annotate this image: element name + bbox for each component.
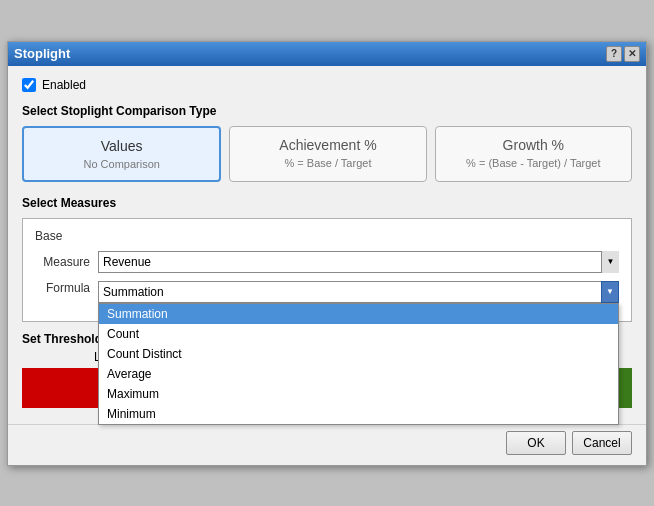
- measure-select-wrapper: Revenue ▼: [98, 251, 619, 273]
- comparison-types: Values No Comparison Achievement % % = B…: [22, 126, 632, 182]
- formula-option-count[interactable]: Count: [99, 324, 618, 344]
- formula-row: Formula Summation Summation Count Count …: [35, 281, 619, 303]
- formula-dropdown-button[interactable]: [601, 281, 619, 303]
- base-box: Base Measure Revenue ▼ Formula Summation: [22, 218, 632, 322]
- formula-option-summation[interactable]: Summation: [99, 304, 618, 324]
- enabled-checkbox[interactable]: [22, 78, 36, 92]
- dialog-body: Enabled Select Stoplight Comparison Type…: [8, 66, 646, 416]
- title-bar: Stoplight ? ✕: [8, 42, 646, 66]
- dialog-title: Stoplight: [14, 46, 70, 61]
- formula-container: Summation Summation Count Count Distinct…: [98, 281, 619, 303]
- measure-select[interactable]: Revenue: [98, 251, 619, 273]
- comparison-section-label: Select Stoplight Comparison Type: [22, 104, 632, 118]
- enabled-row: Enabled: [22, 78, 632, 92]
- measures-section: Select Measures Base Measure Revenue ▼ F…: [22, 196, 632, 322]
- formula-dropdown-menu: Summation Count Count Distinct Average M…: [98, 303, 619, 425]
- base-label: Base: [35, 229, 619, 243]
- growth-title: Growth %: [444, 137, 623, 153]
- formula-option-maximum[interactable]: Maximum: [99, 384, 618, 404]
- growth-subtitle: % = (Base - Target) / Target: [444, 157, 623, 169]
- set-threshold-label: Set Threshold: [22, 332, 102, 346]
- dialog-footer: OK Cancel: [8, 424, 646, 465]
- formula-option-minimum[interactable]: Minimum: [99, 404, 618, 424]
- formula-display: Summation: [98, 281, 619, 303]
- measures-section-label: Select Measures: [22, 196, 632, 210]
- measure-label: Measure: [35, 255, 90, 269]
- help-button[interactable]: ?: [606, 46, 622, 62]
- title-bar-buttons: ? ✕: [606, 46, 640, 62]
- formula-option-count-distinct[interactable]: Count Distinct: [99, 344, 618, 364]
- achievement-title: Achievement %: [238, 137, 417, 153]
- comparison-achievement[interactable]: Achievement % % = Base / Target: [229, 126, 426, 182]
- values-subtitle: No Comparison: [32, 158, 211, 170]
- measure-row: Measure Revenue ▼: [35, 251, 619, 273]
- values-title: Values: [32, 138, 211, 154]
- formula-value: Summation: [103, 285, 164, 299]
- formula-label: Formula: [35, 281, 90, 295]
- comparison-values[interactable]: Values No Comparison: [22, 126, 221, 182]
- ok-button[interactable]: OK: [506, 431, 566, 455]
- enabled-label: Enabled: [42, 78, 86, 92]
- stoplight-dialog: Stoplight ? ✕ Enabled Select Stoplight C…: [7, 41, 647, 466]
- comparison-growth[interactable]: Growth % % = (Base - Target) / Target: [435, 126, 632, 182]
- achievement-subtitle: % = Base / Target: [238, 157, 417, 169]
- cancel-button[interactable]: Cancel: [572, 431, 632, 455]
- close-button[interactable]: ✕: [624, 46, 640, 62]
- formula-option-average[interactable]: Average: [99, 364, 618, 384]
